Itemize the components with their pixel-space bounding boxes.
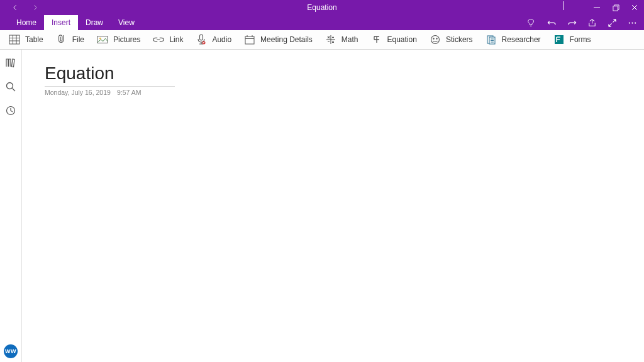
- table-icon: [9, 34, 20, 45]
- redo-button[interactable]: [566, 17, 577, 28]
- svg-rect-15: [200, 35, 203, 40]
- ribbon-meeting-label: Meeting Details: [260, 35, 313, 44]
- svg-point-40: [7, 83, 13, 89]
- page-date: Monday, July 16, 2019: [45, 89, 111, 96]
- maximize-button[interactable]: [606, 0, 625, 15]
- user-avatar[interactable]: WW: [4, 344, 18, 358]
- equation-icon: [371, 34, 382, 45]
- ribbon-math[interactable]: Math: [325, 30, 358, 49]
- ribbon-file[interactable]: File: [56, 30, 84, 49]
- page-canvas[interactable]: Equation Monday, July 16, 2019 9:57 AM: [22, 50, 644, 362]
- notebooks-button[interactable]: [5, 57, 16, 69]
- svg-rect-8: [9, 35, 19, 44]
- more-button[interactable]: [626, 17, 638, 28]
- pictures-icon: [97, 34, 108, 45]
- main-area: Equation Monday, July 16, 2019 9:57 AM: [0, 50, 644, 362]
- ribbon-meeting[interactable]: Meeting Details: [244, 30, 313, 49]
- ribbon-stickers[interactable]: Stickers: [430, 30, 473, 49]
- ribbon-equation[interactable]: Equation: [371, 30, 417, 49]
- link-icon: [153, 34, 164, 45]
- ribbon-link[interactable]: Link: [153, 30, 183, 49]
- tell-me-button[interactable]: [526, 17, 537, 28]
- ribbon-audio-label: Audio: [212, 35, 231, 44]
- audio-icon: [196, 34, 207, 45]
- tab-home[interactable]: Home: [9, 15, 44, 30]
- svg-point-33: [436, 38, 437, 39]
- ribbon-forms[interactable]: Forms: [553, 30, 591, 49]
- ribbon-forms-label: Forms: [570, 35, 591, 44]
- svg-point-5: [628, 22, 630, 23]
- meeting-icon: [244, 34, 255, 45]
- svg-point-32: [433, 38, 434, 39]
- svg-line-41: [13, 89, 16, 92]
- ribbon-math-label: Math: [341, 35, 358, 44]
- svg-point-7: [635, 22, 636, 23]
- math-icon: [325, 34, 336, 45]
- tab-insert[interactable]: Insert: [44, 15, 78, 30]
- svg-rect-18: [245, 36, 254, 44]
- recent-button[interactable]: [5, 105, 16, 116]
- ribbon-table[interactable]: Table: [9, 30, 43, 49]
- window-title: Equation: [307, 3, 336, 12]
- text-cursor-indicator: [563, 1, 564, 10]
- ribbon-table-label: Table: [25, 35, 43, 44]
- close-button[interactable]: [625, 0, 644, 15]
- tab-bar: Home Insert Draw View: [0, 15, 644, 30]
- researcher-icon: [486, 34, 497, 45]
- left-sidebar: [0, 50, 22, 362]
- title-bar: Equation: [0, 0, 644, 15]
- page-title[interactable]: Equation: [45, 63, 644, 86]
- svg-point-14: [99, 38, 101, 40]
- forms-icon: [553, 34, 565, 45]
- page-meta: Monday, July 16, 2019 9:57 AM: [45, 86, 175, 96]
- svg-point-17: [203, 42, 204, 43]
- forward-button[interactable]: [31, 4, 39, 11]
- page-time: 9:57 AM: [117, 89, 142, 96]
- ribbon-stickers-label: Stickers: [446, 35, 473, 44]
- ribbon-audio[interactable]: Audio: [196, 30, 231, 49]
- undo-button[interactable]: [546, 17, 557, 28]
- search-button[interactable]: [5, 81, 16, 92]
- file-icon: [56, 34, 67, 45]
- svg-point-6: [631, 22, 633, 23]
- ribbon-file-label: File: [72, 35, 84, 44]
- ribbon-insert: Table File Pictures Link Audio Meeting D…: [0, 30, 644, 50]
- tab-view[interactable]: View: [111, 15, 142, 30]
- ribbon-link-label: Link: [169, 35, 183, 44]
- ribbon-researcher-label: Researcher: [502, 35, 541, 44]
- stickers-icon: [430, 34, 441, 45]
- ribbon-pictures[interactable]: Pictures: [97, 30, 140, 49]
- fullscreen-button[interactable]: [606, 17, 618, 28]
- ribbon-researcher[interactable]: Researcher: [486, 30, 541, 49]
- share-button[interactable]: [586, 17, 597, 28]
- minimize-button[interactable]: [587, 0, 606, 15]
- back-button[interactable]: [11, 4, 19, 11]
- ribbon-pictures-label: Pictures: [113, 35, 140, 44]
- svg-rect-1: [613, 6, 617, 10]
- tab-draw[interactable]: Draw: [78, 15, 111, 30]
- svg-point-31: [431, 36, 439, 44]
- ribbon-equation-label: Equation: [387, 35, 417, 44]
